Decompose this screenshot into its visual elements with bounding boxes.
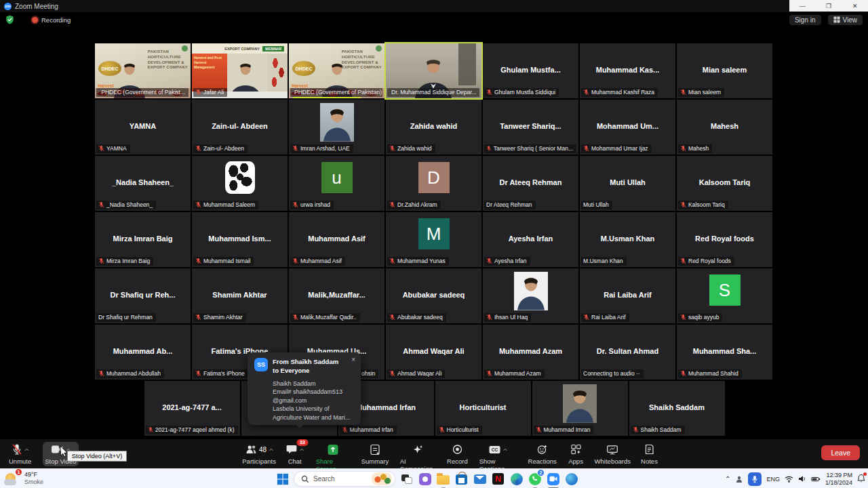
participant-tile[interactable]: Muhammad AzamMuhammad Azam — [483, 325, 578, 380]
participant-tile[interactable]: Ghulam Mustfa...Ghulam Mustfa Siddiqui — [483, 43, 578, 98]
minimize-button[interactable]: — — [789, 0, 816, 12]
close-icon[interactable]: × — [351, 356, 355, 363]
close-button[interactable]: ✕ — [842, 0, 868, 12]
participant-tile[interactable]: Shamim AkhtarShamim Akhtar — [192, 268, 288, 323]
participant-tile[interactable]: Mian saleemMian saleem — [677, 43, 772, 98]
participant-tile[interactable]: Dr. Sultan AhmadConnecting to audio ·· — [580, 325, 675, 380]
participant-tile[interactable]: Muhammad Kas...Muhammad Kashif Raza — [580, 43, 675, 98]
start-button[interactable] — [275, 472, 290, 486]
taskbar-search[interactable]: Search — [294, 471, 395, 487]
microsoft-store-button[interactable] — [454, 472, 469, 486]
participant-tile[interactable]: Muti UllahMuti Ullah — [580, 156, 675, 211]
wifi-icon[interactable] — [785, 476, 793, 483]
participant-name: Dr Ateeq Rehman — [484, 178, 577, 186]
mail-button[interactable] — [473, 472, 487, 486]
participant-tile[interactable]: Zain-ul- AbdeenZain-ul- Abdeen — [192, 100, 288, 155]
participant-tile[interactable]: DDr.Zahid Akram — [386, 156, 481, 211]
participant-tile[interactable]: Zahida wahidZahida wahid — [386, 100, 481, 155]
clock-widget[interactable]: 12:39 PM 1/18/2024 — [825, 472, 852, 487]
participant-tile[interactable]: Mohammad Um...Mohammad Umar Ijaz — [580, 100, 675, 155]
participant-tile[interactable]: PAKISTANHORTICULTUREDEVELOPMENT &EXPORT … — [95, 43, 191, 98]
mic-muted-icon — [486, 258, 492, 264]
participant-tile[interactable]: Ahmad Waqar AliAhmad Waqar Ali — [386, 325, 481, 380]
participant-tile[interactable]: 2021-ag-7477 a...2021-ag-7477 aqeel ahme… — [144, 381, 240, 436]
participant-tile[interactable]: Red Royal foodsRed Royal foods — [677, 212, 772, 267]
participant-tile[interactable]: Muhammad Imran — [532, 381, 628, 436]
summary-button[interactable]: Summary — [361, 442, 389, 466]
participant-tile[interactable]: Imran Arshad, UAE — [289, 100, 384, 155]
tray-overflow-chevron[interactable]: ⌃ — [725, 475, 730, 483]
participant-tile[interactable]: Muhammad AsifMuhammad Asif — [289, 212, 384, 267]
participant-tile[interactable]: EXPORT COMPANYWEBINARHarvest and Post Ha… — [192, 43, 288, 98]
search-highlight-image[interactable] — [372, 472, 392, 485]
participant-tile[interactable]: Malik,Muzaffar...Malik,Muzaffar Qadir.. — [289, 268, 384, 323]
tray-app-icon[interactable] — [735, 475, 743, 483]
participant-tile[interactable]: Tanweer Shariq...Tanweer Shariq ( Senior… — [483, 100, 578, 155]
taskbar-app-purple[interactable] — [418, 472, 432, 486]
participant-tile[interactable]: Ssaqib ayyub — [677, 268, 772, 323]
participant-tile[interactable]: Rai Laiba ArifRai Laiba Arif — [580, 268, 675, 323]
participant-tile[interactable]: Shaikh SaddamShaikh Saddam — [629, 381, 725, 436]
zoom-taskbar-button[interactable] — [546, 472, 560, 486]
search-icon — [301, 475, 309, 483]
participant-tile[interactable]: MMuhammad Yunas — [386, 212, 481, 267]
language-indicator[interactable]: ENG — [766, 476, 780, 483]
mic-muted-icon — [486, 89, 492, 96]
whiteboards-button[interactable]: Whiteboards — [595, 442, 630, 466]
participant-tile[interactable]: YAMNAYAMNA — [95, 100, 191, 155]
participant-tile[interactable]: M.Usman KhanM.Usman Khan — [580, 212, 675, 267]
record-button[interactable]: Record — [446, 442, 469, 466]
grid-row: Dr Shafiq ur Reh...Dr Shafiq ur RehmanSh… — [95, 268, 774, 323]
bing-button[interactable] — [564, 472, 578, 486]
unmute-button[interactable]: Unmute — [7, 442, 33, 466]
participant-tile[interactable]: uurwa irshad — [289, 156, 384, 211]
mic-muted-icon — [583, 145, 589, 152]
chevron-up-icon[interactable] — [299, 448, 304, 451]
participant-tile[interactable]: Kalsoom TariqKalsoom Tariq — [677, 156, 772, 211]
participants-button[interactable]: 48 Participants — [243, 442, 276, 466]
participant-tile[interactable]: PAKISTANHORTICULTUREDEVELOPMENT &EXPORT … — [289, 43, 384, 98]
participant-tile[interactable]: Muhammad Ism...Muhammad Ismail — [192, 212, 288, 267]
participant-tile[interactable]: Dr Shafiq ur Reh...Dr Shafiq ur Rehman — [95, 268, 191, 323]
chevron-up-icon[interactable] — [502, 448, 507, 451]
mic-in-use-indicator[interactable] — [748, 472, 762, 486]
participant-tile[interactable]: Mirza Imran BaigMirza Imran Baig — [95, 212, 191, 267]
maximize-button[interactable]: ❐ — [816, 0, 842, 12]
chat-notification-popup[interactable]: SS From Shaikh Saddam to Everyone × Shai… — [248, 352, 361, 425]
task-view-button[interactable] — [399, 472, 414, 486]
participant-name: Mahesh — [678, 122, 771, 130]
grid-row: PAKISTANHORTICULTUREDEVELOPMENT &EXPORT … — [95, 43, 774, 98]
participant-tile[interactable]: Ihsan Ul Haq — [483, 268, 578, 323]
edge-button[interactable] — [509, 472, 524, 486]
chevron-up-icon[interactable] — [269, 448, 273, 451]
participant-tile[interactable]: Dr Ateeq RehmanDr Ateeq Rehman — [483, 156, 578, 211]
security-shield-icon[interactable] — [5, 15, 14, 24]
participant-tile[interactable]: Muhammad Ab...Muhammad Abdullah — [95, 325, 191, 380]
weather-widget[interactable]: 1 49°F Smoke — [4, 470, 43, 487]
apps-button[interactable]: Apps — [566, 442, 586, 466]
notes-button[interactable]: Notes — [639, 442, 659, 466]
chevron-up-icon[interactable] — [24, 448, 29, 451]
participant-tile[interactable]: Dr. Muhammad Siddique Depar... — [386, 43, 481, 98]
view-button[interactable]: View — [828, 15, 863, 25]
file-explorer-button[interactable] — [436, 472, 450, 486]
participant-tile[interactable]: MaheshMahesh — [677, 100, 772, 155]
speaker-icon[interactable] — [798, 475, 806, 483]
recording-indicator[interactable]: Recording — [32, 16, 71, 24]
participant-tile[interactable]: HorticulturistHorticulturist — [435, 381, 531, 436]
battery-icon[interactable] — [811, 476, 821, 483]
sign-in-button[interactable]: Sign in — [789, 15, 821, 25]
whatsapp-button[interactable]: 2 — [528, 472, 542, 486]
notifications-button[interactable] — [857, 473, 865, 485]
participant-tile[interactable]: _Nadia Shaheen__Nadia Shaheen_ — [95, 156, 191, 211]
participant-tile[interactable]: Muhammad Sha...Muhammad Shahid — [677, 325, 772, 380]
banner-word: Harvest — [98, 83, 114, 88]
participant-tile[interactable]: Ayesha IrfanAyesha Irfan — [483, 212, 578, 267]
participant-tile[interactable]: Abubakar sadeeqAbubakar sadeeq — [386, 268, 481, 323]
chat-button[interactable]: 33 Chat — [285, 442, 305, 466]
mic-muted-icon — [195, 89, 201, 96]
reactions-button[interactable]: Reactions — [528, 442, 557, 466]
netflix-button[interactable]: N — [491, 472, 505, 486]
participant-tile[interactable]: Muhammad Saleem — [192, 156, 288, 211]
leave-button[interactable]: Leave — [821, 445, 860, 460]
